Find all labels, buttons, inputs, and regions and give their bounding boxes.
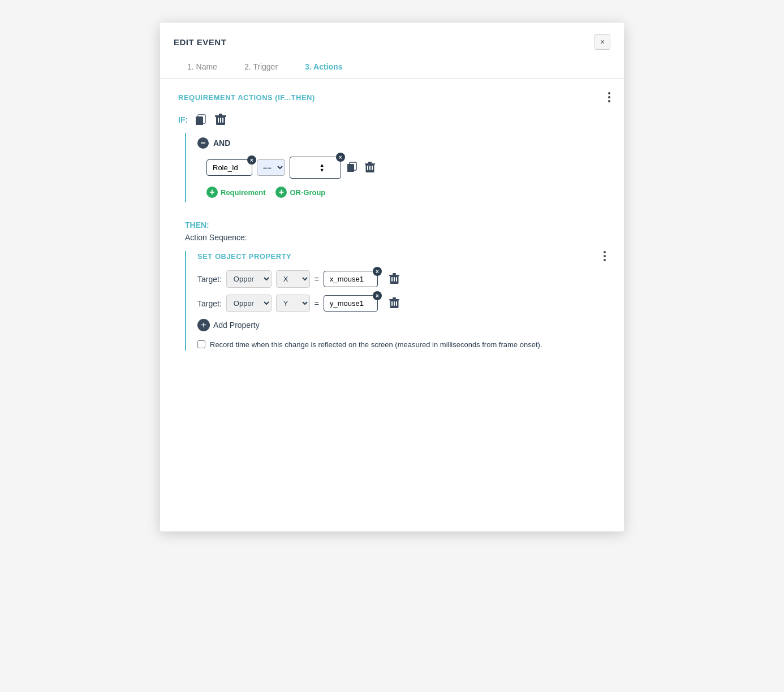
section-menu-dots[interactable]	[608, 92, 610, 102]
value-2-text: y_mouse1	[330, 299, 364, 308]
edit-event-modal: EDIT EVENT × 1. Name 2. Trigger 3. Actio…	[160, 23, 624, 531]
copy-condition-button[interactable]	[193, 113, 208, 127]
then-label: THEN:	[185, 220, 610, 230]
add-property-button[interactable]: + Add Property	[197, 319, 260, 331]
remove-value-2-button[interactable]: ×	[373, 291, 382, 300]
svg-rect-14	[365, 163, 375, 165]
condition-block: − AND Role_Id × == ×	[185, 133, 610, 202]
action-card-header: SET OBJECT PROPERTY	[197, 251, 610, 261]
remove-field-button[interactable]: ×	[247, 155, 256, 165]
svg-rect-26	[389, 299, 399, 301]
prop-select-1[interactable]: X	[276, 270, 310, 288]
target-select-2[interactable]: Oppor	[226, 295, 272, 312]
step-name[interactable]: 1. Name	[174, 58, 231, 78]
record-time-checkbox[interactable]	[197, 340, 205, 348]
action-block-container: SET OBJECT PROPERTY Target: Oppor X	[185, 251, 610, 351]
svg-rect-23	[394, 277, 395, 282]
svg-rect-22	[391, 277, 393, 282]
add-requirement-label: Requirement	[221, 188, 265, 197]
prop-select-2[interactable]: Y	[276, 295, 310, 312]
record-time-row: Record time when this change is reflecte…	[197, 339, 610, 351]
delete-target-1-button[interactable]	[389, 273, 399, 285]
svg-rect-30	[396, 301, 397, 306]
target-label-2: Target:	[197, 299, 222, 308]
svg-rect-16	[367, 166, 368, 170]
target-row-2: Target: Oppor Y = × y_mouse1	[197, 295, 610, 312]
step-actions[interactable]: 3. Actions	[291, 58, 356, 78]
modal-body: REQUIREMENT ACTIONS (IF...THEN) IF:	[160, 79, 624, 364]
remove-value-1-button[interactable]: ×	[373, 267, 382, 276]
action-row-outer: SET OBJECT PROPERTY Target: Oppor X	[197, 251, 610, 351]
action-card-title: SET OBJECT PROPERTY	[197, 252, 291, 261]
target-row-1: Target: Oppor X = × x_mouse1	[197, 270, 610, 288]
remove-and-button[interactable]: −	[197, 137, 209, 149]
action-card-inner: SET OBJECT PROPERTY Target: Oppor X	[197, 251, 610, 351]
operator-select[interactable]: ==	[257, 159, 285, 176]
if-label: IF:	[178, 115, 188, 124]
add-buttons-row: + Requirement + OR-Group	[206, 187, 610, 198]
steps-nav: 1. Name 2. Trigger 3. Actions	[160, 50, 624, 78]
condition-row: Role_Id × == × ▲ ▼	[206, 157, 610, 179]
svg-rect-8	[220, 118, 221, 123]
svg-rect-6	[219, 114, 222, 115]
value-input[interactable]	[296, 161, 318, 175]
svg-rect-24	[396, 277, 397, 282]
and-row: − AND	[197, 137, 610, 149]
value-pill-2: × y_mouse1	[324, 295, 378, 312]
svg-rect-9	[222, 118, 223, 123]
value-pill-1: × x_mouse1	[324, 271, 378, 287]
remove-value-button[interactable]: ×	[336, 153, 345, 162]
svg-rect-18	[372, 166, 373, 170]
svg-rect-27	[393, 297, 396, 299]
svg-rect-28	[391, 301, 393, 306]
add-or-group-label: OR-Group	[290, 188, 325, 197]
close-button[interactable]: ×	[595, 34, 610, 50]
and-label: AND	[213, 139, 230, 148]
action-menu-dots[interactable]	[604, 251, 606, 261]
add-or-group-icon: +	[275, 187, 287, 198]
action-sequence-label: Action Sequence:	[185, 233, 610, 242]
add-property-icon: +	[197, 319, 210, 331]
step-trigger[interactable]: 2. Trigger	[231, 58, 291, 78]
add-property-row: + Add Property	[197, 319, 610, 331]
add-requirement-icon: +	[206, 187, 218, 198]
modal-header: EDIT EVENT ×	[160, 23, 624, 50]
value-1-text: x_mouse1	[330, 275, 364, 283]
modal-title: EDIT EVENT	[174, 37, 226, 47]
eq-label-2: =	[315, 299, 319, 308]
section-title: REQUIREMENT ACTIONS (IF...THEN)	[178, 93, 315, 102]
add-or-group-button[interactable]: + OR-Group	[275, 187, 325, 198]
value-input-wrapper: × ▲ ▼	[290, 157, 341, 179]
if-row: IF:	[178, 113, 610, 127]
spinner-down[interactable]: ▼	[320, 168, 325, 173]
field-pill: Role_Id ×	[206, 159, 252, 176]
svg-rect-15	[368, 162, 372, 163]
delete-condition-button[interactable]	[214, 113, 227, 127]
delete-condition-row-button[interactable]	[364, 161, 376, 175]
target-label-1: Target:	[197, 275, 222, 284]
requirement-actions-header: REQUIREMENT ACTIONS (IF...THEN)	[178, 92, 610, 102]
svg-rect-21	[393, 273, 396, 275]
svg-rect-29	[394, 301, 395, 306]
svg-rect-20	[389, 275, 399, 276]
copy-condition-row-button[interactable]	[346, 161, 359, 175]
eq-label-1: =	[315, 275, 319, 284]
add-requirement-button[interactable]: + Requirement	[206, 187, 265, 198]
field-value: Role_Id	[213, 163, 238, 172]
svg-rect-7	[218, 118, 219, 123]
add-property-label: Add Property	[213, 321, 260, 330]
svg-rect-3	[196, 116, 203, 125]
svg-rect-12	[347, 164, 354, 172]
record-time-text: Record time when this change is reflecte…	[210, 339, 542, 351]
delete-target-2-button[interactable]	[389, 297, 399, 309]
svg-rect-5	[215, 115, 226, 117]
target-select-1[interactable]: Oppor	[226, 270, 272, 288]
svg-rect-17	[369, 166, 371, 170]
